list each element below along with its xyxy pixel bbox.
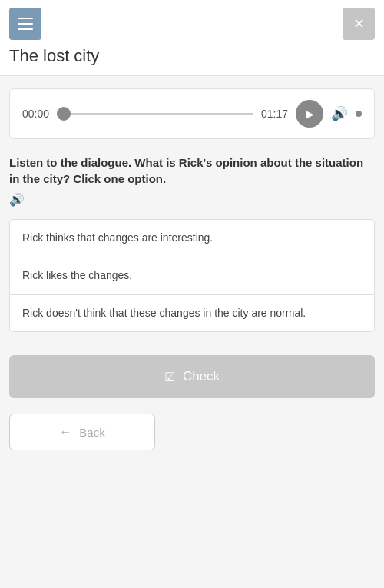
back-button[interactable]: ← Back	[9, 414, 155, 450]
play-icon: ▶	[306, 108, 314, 120]
volume-dot	[356, 111, 362, 117]
options-list: Rick thinks that changes are interesting…	[9, 219, 375, 332]
audio-current-time: 00:00	[22, 108, 49, 120]
volume-icon[interactable]: 🔊	[331, 105, 348, 122]
menu-icon-bar	[18, 28, 33, 30]
play-button[interactable]: ▶	[296, 100, 323, 128]
option-item[interactable]: Rick thinks that changes are interesting…	[10, 220, 374, 257]
page-title: The lost city	[9, 46, 375, 66]
audio-total-time: 01:17	[261, 108, 288, 120]
question-text: Listen to the dialogue. What is Rick's o…	[9, 154, 375, 208]
audio-track[interactable]	[57, 106, 253, 121]
back-arrow-icon: ←	[59, 425, 71, 439]
close-icon: ✕	[353, 15, 365, 32]
speaker-icon[interactable]: 🔊	[9, 191, 25, 208]
check-icon: ☑	[164, 370, 175, 384]
close-button[interactable]: ✕	[343, 8, 375, 40]
menu-icon-bar	[18, 18, 33, 19]
menu-icon-bar	[18, 23, 33, 25]
check-button[interactable]: ☑ Check	[9, 355, 375, 398]
audio-player: 00:00 01:17 ▶ 🔊	[9, 88, 375, 139]
option-item[interactable]: Rick likes the changes.	[10, 257, 374, 295]
back-label: Back	[79, 426, 104, 439]
menu-button[interactable]	[9, 8, 41, 40]
track-thumb[interactable]	[57, 107, 71, 121]
check-label: Check	[183, 369, 220, 384]
option-item[interactable]: Rick doesn't think that these changes in…	[10, 295, 374, 332]
